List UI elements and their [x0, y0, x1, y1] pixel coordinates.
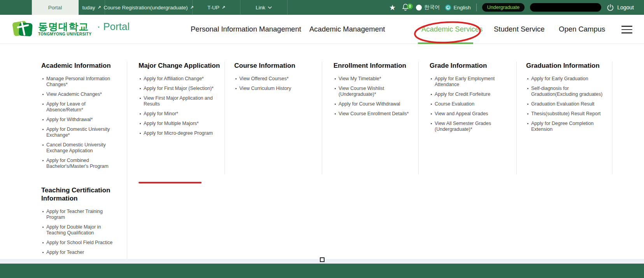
topbar-spacer: [0, 0, 32, 15]
menu-heading: Grade Information: [430, 62, 498, 70]
menu-item[interactable]: Apply for Micro-degree Program: [139, 130, 222, 136]
menu-item[interactable]: View Course Enrollment Details*: [333, 111, 410, 117]
notification-bell-icon[interactable]: 0: [402, 3, 411, 12]
main-header: 동명대학교 TONGMYONG UNIVERSITY · Portal Pers…: [0, 15, 644, 44]
menu-item[interactable]: Apply for Teacher Training Program: [41, 209, 118, 220]
menu-item[interactable]: View Course Wishlist (Undergraduate)*: [333, 86, 410, 97]
favorites-star-icon[interactable]: ★: [389, 4, 396, 11]
menu-column-grade-information: Grade Information Apply for Early Employ…: [430, 62, 498, 136]
menu-item[interactable]: Apply for Affiliation Change*: [139, 76, 222, 82]
menu-column-teaching-certification: Teaching Certification Information Apply…: [41, 186, 118, 259]
menu-heading: Enrollment Information: [333, 62, 410, 70]
menu-heading: Graduation Information: [526, 62, 606, 70]
column-divider: [225, 62, 225, 174]
top-utility-bar: Portal tuday ↗ Course Registration(under…: [0, 0, 644, 15]
nav-academic-services[interactable]: Academic Services: [421, 15, 483, 44]
menu-item[interactable]: View All Semester Grades (Undergraduate)…: [430, 121, 498, 132]
menu-item[interactable]: Apply for Teacher: [41, 250, 118, 255]
language-option-korean[interactable]: 한국어: [416, 4, 440, 11]
tab-course-registration[interactable]: Course Registration(undergraduate) ↗: [105, 0, 193, 15]
university-name-english: TONGMYONG UNIVERSITY: [38, 32, 91, 36]
menu-item[interactable]: Apply for First Major (Selection)*: [139, 86, 222, 91]
topbar-right-cluster: ★ 0 한국어 English Undergraduate: [389, 0, 644, 15]
menu-heading: Major Change Application: [139, 62, 222, 70]
menu-item[interactable]: Self-diagnosis for Graduation(Excluding …: [526, 86, 606, 97]
tab-tup[interactable]: T-UP ↗: [193, 0, 240, 15]
language-english-label: English: [453, 5, 470, 11]
radio-selected-icon: [445, 5, 451, 11]
menu-item[interactable]: Apply for Degree Completion Extension: [526, 121, 606, 132]
tab-tup-label: T-UP: [207, 5, 219, 11]
language-korean-label: 한국어: [424, 4, 440, 11]
redacted-username: [530, 3, 601, 12]
active-nav-underline: [418, 42, 473, 44]
university-logo-mark: [12, 18, 34, 40]
menu-item[interactable]: Apply for Multiple Majors*: [139, 121, 222, 127]
topbar-divider: [476, 4, 477, 11]
menu-item[interactable]: View and Appeal Grades: [430, 111, 498, 117]
external-link-icon: ↗: [222, 5, 225, 10]
menu-item[interactable]: Apply for Credit Forfeiture: [430, 91, 498, 97]
nav-academic-management[interactable]: Academic Management: [309, 15, 385, 44]
menu-item[interactable]: Apply for Double Major in Teaching Quali…: [41, 224, 118, 236]
university-logo[interactable]: 동명대학교 TONGMYONG UNIVERSITY · Portal: [12, 18, 130, 40]
menu-item[interactable]: View Curriculum History: [234, 86, 312, 91]
menu-item[interactable]: Apply for Course Withdrawal: [333, 101, 410, 107]
menu-item[interactable]: Apply for Domestic University Exchange*: [41, 127, 118, 138]
menu-column-academic-information: Academic Information Manage Personal Inf…: [41, 62, 118, 173]
footer-bar: [0, 264, 644, 278]
menu-column-major-change-application: Major Change Application Apply for Affil…: [139, 62, 222, 140]
column-divider: [612, 62, 612, 174]
nav-personal-information-management[interactable]: Personal Information Management: [191, 15, 301, 44]
resize-handle-artifact: [320, 257, 325, 262]
menu-item[interactable]: Course Evaluation: [430, 101, 498, 107]
menu-item[interactable]: View Offered Courses*: [234, 76, 312, 82]
logout-label: Logout: [617, 4, 634, 11]
menu-item-list: Apply for Early GraduationSelf-diagnosis…: [526, 76, 606, 132]
tab-link[interactable]: Link: [240, 0, 288, 15]
tab-tuday[interactable]: tuday ↗: [79, 0, 105, 15]
menu-item-list: Apply for Affiliation Change*Apply for F…: [139, 76, 222, 136]
red-underline-annotation: [139, 182, 202, 183]
menu-item[interactable]: Graduation Evaluation Result: [526, 101, 606, 107]
menu-item[interactable]: View First Major Application and Results: [139, 95, 222, 107]
portal-page: Portal tuday ↗ Course Registration(under…: [0, 0, 644, 278]
menu-item-list: View My Timetable*View Course Wishlist (…: [333, 76, 410, 117]
portal-wordmark: · Portal: [97, 21, 130, 37]
notification-count-badge: 0: [407, 4, 413, 9]
radio-unselected-icon: [416, 5, 422, 11]
column-divider: [418, 62, 419, 174]
tab-course-registration-label: Course Registration(undergraduate): [104, 5, 188, 11]
logout-button[interactable]: Logout: [607, 4, 634, 11]
menu-item[interactable]: Apply for Early Graduation: [526, 76, 606, 82]
column-divider: [322, 62, 322, 174]
university-name: 동명대학교 TONGMYONG UNIVERSITY: [38, 21, 91, 37]
nav-open-campus[interactable]: Open Campus: [559, 15, 605, 44]
menu-item[interactable]: Apply for School Field Practice: [41, 240, 118, 246]
column-divider: [127, 62, 127, 259]
hamburger-menu-icon[interactable]: [621, 26, 632, 36]
menu-column-course-information: Course Information View Offered Courses*…: [234, 62, 312, 95]
menu-item[interactable]: Apply for Early Employment Attendance: [430, 76, 498, 88]
menu-item[interactable]: View Academic Changes*: [41, 91, 118, 97]
academic-services-mega-menu: Academic Information Manage Personal Inf…: [0, 44, 644, 259]
menu-item[interactable]: Apply for Leave of Absence/Return*: [41, 101, 118, 113]
nav-student-service[interactable]: Student Service: [494, 15, 545, 44]
role-badge: Undergraduate: [482, 3, 525, 12]
tab-portal[interactable]: Portal: [32, 0, 79, 15]
menu-item[interactable]: Thesis(substitute) Result Report: [526, 111, 606, 117]
menu-item[interactable]: Cancel Domestic University Exchange Appl…: [41, 142, 118, 154]
menu-column-graduation-information: Graduation Information Apply for Early G…: [526, 62, 606, 136]
menu-item[interactable]: Apply for Withdrawal*: [41, 117, 118, 123]
tab-tuday-label: tuday: [82, 5, 95, 11]
menu-item[interactable]: Apply for Minor*: [139, 111, 222, 117]
menu-column-enrollment-information: Enrollment Information View My Timetable…: [333, 62, 410, 121]
menu-item-list: Apply for Teacher Training ProgramApply …: [41, 209, 118, 255]
menu-item[interactable]: Manage Personal Information Changes*: [41, 76, 118, 88]
language-option-english[interactable]: English: [445, 5, 470, 11]
menu-item[interactable]: View My Timetable*: [333, 76, 410, 82]
chevron-down-icon: [268, 6, 272, 9]
tab-link-label: Link: [256, 5, 265, 11]
menu-item[interactable]: Apply for Combined Bachelor's/Master's P…: [41, 158, 118, 169]
menu-item-list: View Offered Courses*View Curriculum His…: [234, 76, 312, 91]
